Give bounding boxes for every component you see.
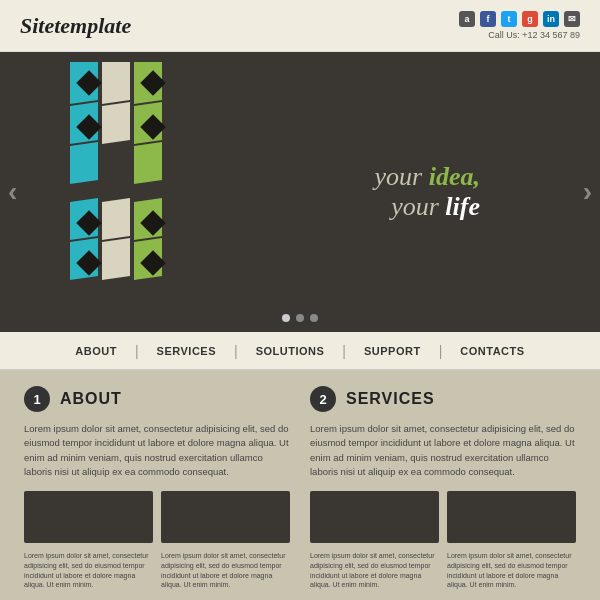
services-section: 2 SERVICES Lorem ipsum dolor sit amet, c… [310,386,576,590]
social-icon-f[interactable]: f [480,11,496,27]
about-num: 1 [24,386,50,412]
dot-3[interactable] [310,314,318,322]
hero-text: your idea, your life [375,162,480,222]
social-icon-m[interactable]: ✉ [564,11,580,27]
services-cap-1: Lorem ipsum dolor sit amet, consectetur … [310,551,439,590]
prev-arrow[interactable]: ‹ [8,176,17,208]
about-thumb-2 [161,491,290,543]
about-captions: Lorem ipsum dolor sit amet, consectetur … [24,551,290,590]
svg-marker-2 [70,142,98,184]
social-icon-in[interactable]: in [543,11,559,27]
services-thumbs [310,491,576,543]
svg-marker-4 [102,102,130,144]
services-thumb-1 [310,491,439,543]
nav-contacts[interactable]: CONTACTS [442,345,542,357]
dot-2[interactable] [296,314,304,322]
nav-solutions[interactable]: SOLUTIONS [238,345,343,357]
social-icon-a[interactable]: a [459,11,475,27]
svg-marker-15 [102,238,130,280]
svg-marker-7 [134,142,162,184]
social-icon-t[interactable]: t [501,11,517,27]
two-col-layout: 1 ABOUT Lorem ipsum dolor sit amet, cons… [24,386,576,590]
header-right: a f t g in ✉ Call Us: +12 34 567 89 [459,11,580,40]
hero-line2: your life [375,192,480,222]
svg-marker-14 [102,198,130,240]
services-title-row: 2 SERVICES [310,386,576,412]
slider-dots [282,314,318,322]
about-title-row: 1 ABOUT [24,386,290,412]
hero-idea: idea, [429,162,480,191]
svg-marker-3 [102,62,130,104]
hero-line1: your idea, [375,162,480,192]
services-body: Lorem ipsum dolor sit amet, consectetur … [310,422,576,479]
about-section: 1 ABOUT Lorem ipsum dolor sit amet, cons… [24,386,290,590]
services-num: 2 [310,386,336,412]
services-captions: Lorem ipsum dolor sit amet, consectetur … [310,551,576,590]
social-icon-g[interactable]: g [522,11,538,27]
nav-about[interactable]: ABOUT [57,345,135,357]
nav-services[interactable]: SERVICES [139,345,234,357]
about-thumb-1 [24,491,153,543]
social-icons: a f t g in ✉ [459,11,580,27]
hero-life: life [445,192,480,221]
about-cap-2: Lorem ipsum dolor sit amet, consectetur … [161,551,290,590]
hero-slider: your idea, your life ‹ › [0,52,600,332]
services-heading: SERVICES [346,390,435,408]
services-cap-2: Lorem ipsum dolor sit amet, consectetur … [447,551,576,590]
header: Sitetemplate a f t g in ✉ Call Us: +12 3… [0,0,600,52]
services-thumb-2 [447,491,576,543]
main-content: 1 ABOUT Lorem ipsum dolor sit amet, cons… [0,370,600,600]
about-body: Lorem ipsum dolor sit amet, consectetur … [24,422,290,479]
about-cap-1: Lorem ipsum dolor sit amet, consectetur … [24,551,153,590]
nav-support[interactable]: SUPPORT [346,345,439,357]
dot-1[interactable] [282,314,290,322]
next-arrow[interactable]: › [583,176,592,208]
logo: Sitetemplate [20,13,131,39]
navbar: ABOUT | SERVICES | SOLUTIONS | SUPPORT |… [0,332,600,370]
about-heading: ABOUT [60,390,122,408]
ribbon-graphic [70,62,250,317]
call-text: Call Us: +12 34 567 89 [488,30,580,40]
about-thumbs [24,491,290,543]
